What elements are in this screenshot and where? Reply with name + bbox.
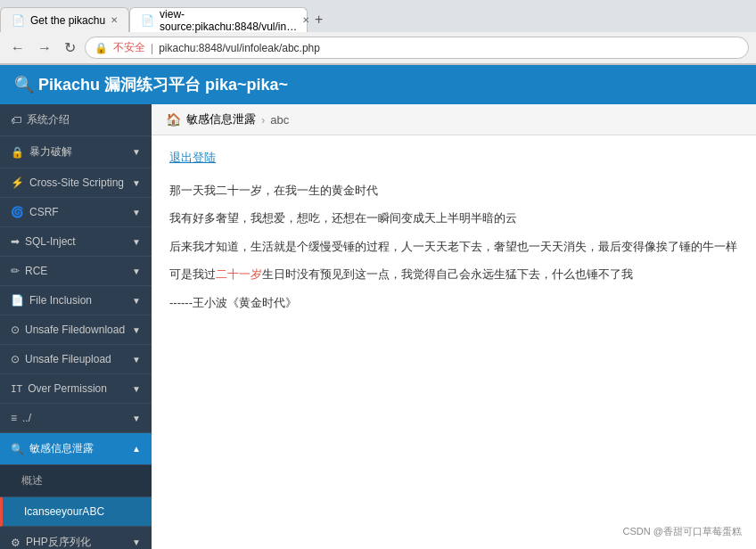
sidebar-item-brute-force[interactable]: 🔒 暴力破解 ▼	[0, 136, 152, 168]
chevron-down-icon: ▼	[132, 414, 141, 423]
chevron-down-icon: ▼	[132, 355, 141, 365]
lock-icon: 🔒	[94, 42, 108, 54]
sidebar-label: File Inclusion	[29, 294, 92, 307]
sidebar-item-over-permission[interactable]: IT Over Permission ▼	[0, 374, 152, 404]
sidebar-label: 暴力破解	[29, 144, 72, 160]
sidebar-icon: IT	[11, 383, 22, 395]
sidebar-sub-label: IcanseeyourABC	[24, 505, 104, 518]
content-body: 退出登陆 那一天我二十一岁，在我一生的黄金时代 我有好多奢望，我想爱，想吃，还想…	[152, 135, 756, 334]
sidebar-icon: 🏷	[11, 114, 21, 127]
chevron-down-icon: ▼	[132, 178, 141, 188]
nav-bar: ← → ↻ 🔒 不安全 | pikachu:8848/vul/infoleak/…	[0, 32, 756, 64]
sidebar-icon: ⊙	[11, 324, 20, 336]
sidebar-item-sys-intro[interactable]: 🏷 系统介绍	[0, 104, 152, 136]
para-1: 那一天我二十一岁，在我一生的黄金时代	[169, 180, 738, 201]
browser-chrome: 📄 Get the pikachu ✕ 📄 view-source:pikach…	[0, 0, 756, 65]
tab-get-pikachu[interactable]: 📄 Get the pikachu ✕	[0, 7, 129, 32]
sidebar-item-infoleak[interactable]: 🔍 敏感信息泄露 ▲	[0, 433, 152, 465]
sidebar-label: PHP反序列化	[26, 535, 91, 549]
content-area: 🏠 敏感信息泄露 › abc 退出登陆 那一天我二十一岁，在我一生的黄金时代 我…	[152, 104, 756, 549]
sidebar-label: 敏感信息泄露	[29, 441, 94, 456]
sidebar-icon: ⚙	[11, 537, 21, 549]
para-5: ------王小波《黄金时代》	[169, 292, 738, 313]
sidebar-item-csrf[interactable]: 🌀 CSRF ▼	[0, 198, 152, 227]
tab-bar: 📄 Get the pikachu ✕ 📄 view-source:pikach…	[0, 0, 756, 32]
new-tab-button[interactable]: +	[308, 7, 330, 32]
chevron-down-icon: ▼	[132, 384, 141, 394]
refresh-button[interactable]: ↻	[61, 37, 79, 58]
sidebar-icon: ✏	[11, 265, 20, 277]
sidebar-item-php-deserialize[interactable]: ⚙ PHP反序列化 ▼	[0, 527, 152, 549]
main-layout: 🏷 系统介绍 🔒 暴力破解 ▼ ⚡ Cross-Site Scripting ▼…	[0, 104, 756, 549]
sidebar-item-unsafe-filedownload[interactable]: ⊙ Unsafe Filedownload ▼	[0, 315, 152, 345]
tab-favicon: 📄	[12, 14, 25, 27]
para-3: 后来我才知道，生活就是个缓慢受锤的过程，人一天天老下去，奢望也一天天消失，最后变…	[169, 236, 738, 257]
breadcrumb-separator: ›	[261, 113, 265, 127]
para-4: 可是我过二十一岁生日时没有预见到这一点，我觉得自己会永远生猛下去，什么也锤不了我	[169, 264, 738, 284]
chevron-down-icon: ▼	[132, 296, 141, 306]
sidebar-item-rce[interactable]: ✏ RCE ▼	[0, 257, 152, 286]
sidebar-item-ican[interactable]: IcanseeyourABC	[0, 497, 152, 527]
tab-label: Get the pikachu	[30, 14, 105, 27]
app-title: 🔍 Pikachu 漏洞练习平台 pika~pika~	[14, 74, 288, 95]
chevron-down-icon: ▼	[132, 537, 141, 547]
chevron-down-icon: ▼	[132, 208, 141, 217]
sidebar-label: RCE	[25, 265, 47, 277]
tab-view-source[interactable]: 📄 view-source:pikachu:8848/vul/in… ✕	[129, 7, 308, 32]
chevron-up-icon: ▲	[132, 444, 141, 454]
sidebar-item-unsafe-fileupload[interactable]: ⊙ Unsafe Fileupload ▼	[0, 345, 152, 374]
sidebar-icon: ⚡	[11, 176, 24, 189]
sidebar-sub-infoleak: 概述 IcanseeyourABC	[0, 465, 152, 527]
watermark: CSDN @香甜可口草莓蛋糕	[618, 523, 747, 540]
chevron-down-icon: ▼	[132, 266, 141, 276]
chevron-down-icon: ▼	[132, 237, 141, 247]
logout-link[interactable]: 退出登陆	[169, 150, 738, 166]
sidebar-label: 系统介绍	[27, 112, 70, 127]
sidebar-label: SQL-Inject	[25, 235, 76, 248]
breadcrumb: 🏠 敏感信息泄露 › abc	[152, 104, 756, 135]
sidebar-label: Cross-Site Scripting	[29, 176, 124, 189]
insecure-label: 不安全	[113, 40, 145, 55]
sidebar-item-xss[interactable]: ⚡ Cross-Site Scripting ▼	[0, 168, 152, 198]
tab-close-btn[interactable]: ✕	[111, 15, 118, 25]
sidebar-icon: 🔍	[11, 443, 24, 455]
sidebar-item-sql-inject[interactable]: ➡ SQL-Inject ▼	[0, 227, 152, 257]
breadcrumb-home-icon: 🏠	[166, 112, 181, 127]
highlight-age: 二十一岁	[216, 267, 262, 281]
text-block: 那一天我二十一岁，在我一生的黄金时代 我有好多奢望，我想爱，想吃，还想在一瞬间变…	[169, 180, 738, 313]
sidebar-item-overview[interactable]: 概述	[0, 465, 152, 497]
sidebar-label: CSRF	[29, 206, 59, 218]
sidebar-label: ../	[22, 412, 31, 424]
sidebar-item-dir-traversal[interactable]: ≡ ../ ▼	[0, 404, 152, 433]
watermark-text: CSDN @香甜可口草莓蛋糕	[623, 526, 742, 537]
sidebar-icon: ➡	[11, 235, 20, 248]
sidebar: 🏷 系统介绍 🔒 暴力破解 ▼ ⚡ Cross-Site Scripting ▼…	[0, 104, 152, 549]
chevron-down-icon: ▼	[132, 147, 141, 157]
sidebar-item-file-inclusion[interactable]: 📄 File Inclusion ▼	[0, 286, 152, 315]
tab-favicon: 📄	[141, 14, 154, 27]
sidebar-label: Unsafe Fileupload	[25, 353, 111, 365]
forward-button[interactable]: →	[34, 38, 55, 58]
back-button[interactable]: ←	[7, 38, 29, 58]
sidebar-icon: 🔒	[11, 146, 24, 159]
para-2: 我有好多奢望，我想爱，想吃，还想在一瞬间变成天上半明半暗的云	[169, 208, 738, 228]
sidebar-icon: ⊙	[11, 353, 20, 365]
app-header: 🔍 Pikachu 漏洞练习平台 pika~pika~	[0, 65, 756, 104]
breadcrumb-home-label: 敏感信息泄露	[186, 111, 256, 127]
sidebar-icon: 🌀	[11, 206, 24, 218]
sidebar-sub-label: 概述	[21, 473, 43, 488]
sidebar-icon: ≡	[11, 412, 17, 424]
sidebar-label: Over Permission	[28, 382, 107, 395]
sidebar-icon: 📄	[11, 294, 24, 307]
chevron-down-icon: ▼	[132, 325, 141, 335]
sidebar-label: Unsafe Filedownload	[25, 324, 125, 336]
tab-label: view-source:pikachu:8848/vul/in…	[160, 8, 297, 33]
address-bar[interactable]: 🔒 不安全 | pikachu:8848/vul/infoleak/abc.ph…	[85, 37, 749, 59]
address-text: pikachu:8848/vul/infoleak/abc.php	[159, 42, 739, 54]
breadcrumb-current: abc	[270, 113, 289, 127]
